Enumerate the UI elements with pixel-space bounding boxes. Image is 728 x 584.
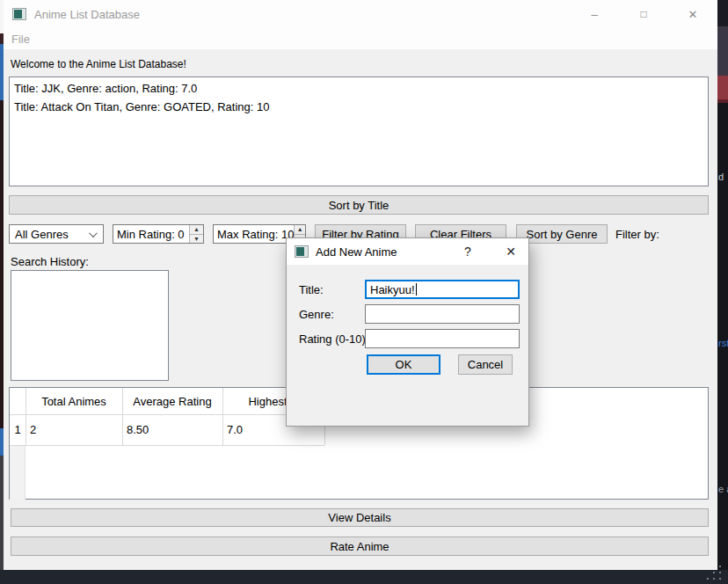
search-history-label: Search History: <box>11 255 89 268</box>
window-controls: – □ ✕ <box>570 0 717 28</box>
filter-by-label: Filter by: <box>615 228 659 241</box>
background-right-strip <box>717 0 728 26</box>
menu-bar: File <box>4 28 717 49</box>
app-window-icon <box>12 8 26 20</box>
menu-item-file[interactable]: File <box>4 28 38 49</box>
dialog-app-icon <box>295 245 309 258</box>
row-header[interactable]: 1 <box>10 414 25 445</box>
background-text-fragment: rst <box>718 338 728 348</box>
background-bottom-strip <box>0 570 728 584</box>
rate-anime-button[interactable]: Rate Anime <box>11 537 709 556</box>
sort-by-genre-button[interactable]: Sort by Genre <box>516 224 608 244</box>
screen: d rst e a Anime List Database – □ ✕ File… <box>0 0 728 584</box>
cell-total-animes[interactable]: 2 <box>30 414 36 445</box>
spin-down-icon[interactable]: ▼ <box>190 235 203 244</box>
text-cursor <box>416 283 417 296</box>
title-bar[interactable]: Anime List Database – □ ✕ <box>4 0 717 28</box>
maximize-button[interactable]: □ <box>619 0 668 28</box>
ok-button[interactable]: OK <box>367 354 440 375</box>
dialog-close-button[interactable]: ✕ <box>493 238 528 265</box>
welcome-label: Welcome to the Anime List Database! <box>11 58 186 70</box>
genre-field-label: Genre: <box>299 308 334 321</box>
background-text-fragment: d <box>718 172 728 182</box>
max-rating-value: Max Rating: 10 <box>214 225 294 243</box>
cancel-button[interactable]: Cancel <box>458 354 513 375</box>
search-history-list[interactable] <box>11 270 169 381</box>
cell-average-rating[interactable]: 8.50 <box>127 414 149 445</box>
title-input-value: Haikyuu! <box>370 283 415 296</box>
close-button[interactable]: ✕ <box>668 0 717 28</box>
column-header-total-animes[interactable]: Total Animes <box>25 388 122 414</box>
min-rating-spinbox[interactable]: Min Rating: 0 ▲ ▼ <box>113 224 204 244</box>
min-rating-value: Min Rating: 0 <box>113 225 189 243</box>
grid-line <box>10 445 324 446</box>
row-header-strip <box>10 446 25 500</box>
anime-list-item[interactable]: Title: JJK, Genre: action, Rating: 7.0 <box>10 79 708 98</box>
rating-field-label: Rating (0-10): <box>299 332 368 346</box>
grid-line <box>10 414 324 415</box>
resize-grip[interactable] <box>707 566 726 581</box>
background-text-fragment: e a <box>718 484 728 494</box>
spinbox-arrows[interactable]: ▲ ▼ <box>189 225 203 243</box>
anime-list[interactable]: Title: JJK, Genre: action, Rating: 7.0 T… <box>9 77 709 186</box>
title-input[interactable]: Haikyuu! <box>365 280 520 299</box>
table-corner-header <box>10 388 25 414</box>
minimize-button[interactable]: – <box>570 0 619 28</box>
chevron-down-icon <box>89 229 98 237</box>
spin-up-icon[interactable]: ▲ <box>190 225 203 235</box>
title-field-label: Title: <box>299 283 324 296</box>
anime-list-item[interactable]: Title: Attack On Titan, Genre: GOATED, R… <box>10 98 708 116</box>
genre-filter-combobox[interactable]: All Genres <box>9 224 104 244</box>
rating-input[interactable] <box>365 329 520 348</box>
add-new-anime-dialog: Add New Anime ? ✕ Title: Haikyuu! Genre:… <box>286 237 529 427</box>
window-title: Anime List Database <box>34 8 140 21</box>
sort-by-title-button[interactable]: Sort by Title <box>9 195 709 215</box>
column-header-average-rating[interactable]: Average Rating <box>122 388 222 414</box>
spin-up-icon[interactable]: ▲ <box>295 225 305 235</box>
view-details-button[interactable]: View Details <box>11 508 709 527</box>
dialog-help-button[interactable]: ? <box>453 238 483 265</box>
cell-highest-rating[interactable]: 7.0 <box>227 414 243 445</box>
background-right-strip <box>717 76 728 99</box>
dialog-title: Add New Anime <box>316 245 453 259</box>
genre-input[interactable] <box>365 304 520 324</box>
genre-combo-value: All Genres <box>10 228 89 241</box>
background-right-strip <box>717 26 728 76</box>
dialog-title-bar[interactable]: Add New Anime ? ✕ <box>287 238 528 265</box>
